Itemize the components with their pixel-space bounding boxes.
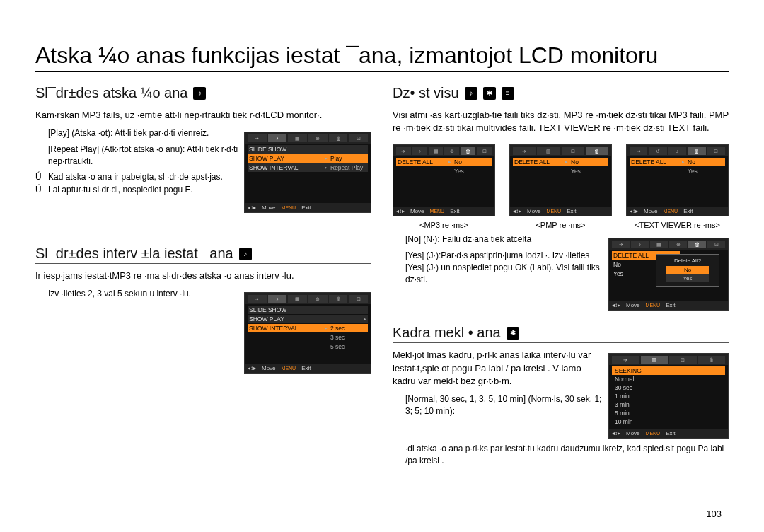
- bullet-2: ÚLai aptur·tu sl·dr·di, nospiediet pogu …: [35, 185, 238, 195]
- option-yes: [Yes] (J·):Par·d·s apstiprin·juma lodzi …: [405, 250, 603, 285]
- tab-icon: ♪: [268, 134, 287, 142]
- option-repeat: [Repeat Play] (Atk·rtot atska ·o anu): A…: [48, 144, 238, 168]
- nav-arrows-icon: ◂↕▸: [248, 365, 256, 371]
- body-text: Ir iesp·jams iestat·tMP3 re ·ma sl·dr·de…: [35, 270, 371, 282]
- seek-row: 5 min: [612, 409, 725, 417]
- caption-mp3: <MP3 re ·ms>: [393, 221, 495, 229]
- tab-icon: ➔: [248, 134, 267, 142]
- music-icon: ♪: [193, 87, 206, 100]
- tab-icon: ⊕: [308, 134, 328, 142]
- body-text: Visi atmi ·as kart·uzglab·tie faili tiks…: [393, 109, 729, 134]
- confirm-popup: Delete All? No Yes: [656, 254, 719, 287]
- seek-row: Normal: [612, 375, 725, 383]
- section-slideshow-playback: Sl¯dr±des atska ¼o ana ♪: [35, 85, 371, 103]
- lcd-slideshow-interval: ➔ ♪ ▦ ⊕ 🗑 ⊡ SLIDE SHOW SHOW PLAY▸ SHOW I…: [244, 292, 371, 374]
- body-text: Kam·rskan MP3 fails, uz ·emtie att·li ne…: [35, 109, 371, 122]
- music-icon: ♪: [239, 248, 252, 260]
- lcd-delete-confirm: ➔ ♪ ▦ ⊕ 🗑 ⊡ DELETE ALL No Yes Delete All…: [608, 238, 729, 311]
- film-icon: ✱: [483, 87, 496, 100]
- tab-icon: ⊕: [308, 295, 328, 303]
- section-title: Kadra mekl • ana: [393, 325, 501, 341]
- film-icon: ✱: [507, 327, 519, 340]
- right-column: Dz• st visu ♪ ✱ ≡ Visi atmi ·as kart·uzg…: [393, 85, 729, 471]
- tab-icon: ⊡: [349, 295, 368, 303]
- tab-icon: ♪: [268, 295, 287, 303]
- option-no: [No] (N·): Failu dz·ana tiek atcelta: [405, 233, 603, 245]
- seek-row: 1 min: [612, 392, 725, 400]
- section-title: Sl¯dr±des atska ¼o ana: [35, 85, 187, 101]
- tab-icon: 🗑: [329, 295, 348, 303]
- option-seek-desc: ·di atska ·o ana p·rl·ks par iestat·tu k…: [405, 443, 729, 467]
- bullet-1: ÚKad atska ·o ana ir pabeigta, sl ·dr·de…: [35, 172, 238, 182]
- caption-text: <TEXT VIEWER re ·ms>: [626, 221, 729, 229]
- seek-row: 10 min: [612, 417, 725, 426]
- lcd-delete-text: ➔ ↺ ♪ 🗑 ⊡ DELETE ALL▸No Yes ◂↕▸Move MENU…: [626, 144, 729, 216]
- option-seek-values: [Normal, 30 sec, 1, 3, 5, 10 min] (Norm·…: [405, 393, 603, 417]
- lcd-delete-pmp: ➔ ▥ ⊡ 🗑 DELETE ALL▸No Yes ◂↕▸Move MENUEx…: [509, 144, 612, 216]
- popup-no-button[interactable]: No: [666, 266, 709, 274]
- section-delete-all: Dz• st visu ♪ ✱ ≡: [393, 85, 729, 103]
- lcd-seeking: ➔ ▥ ⊡ 🗑 SEEKING Normal 30 sec 1 min 3 mi…: [608, 353, 729, 439]
- left-column: Sl¯dr±des atska ¼o ana ♪ Kam·rskan MP3 f…: [35, 85, 371, 471]
- page-number: 103: [706, 509, 722, 519]
- tab-icon: ➔: [248, 295, 267, 303]
- tab-icon: ▦: [288, 134, 307, 142]
- music-icon: ♪: [465, 87, 478, 100]
- section-title: Dz• st visu: [393, 85, 459, 101]
- tab-icon: ⊡: [349, 134, 368, 142]
- seek-row: SEEKING: [612, 366, 725, 375]
- seek-row: 3 min: [612, 400, 725, 409]
- lcd-delete-mp3: ➔ ♪ ▦ ⊕ 🗑 ⊡ DELETE ALL▸No Yes ◂↕▸Move: [393, 144, 495, 216]
- section-frame-search: Kadra mekl • ana ✱: [393, 325, 729, 343]
- option-interval: Izv ·lieties 2, 3 vai 5 sekun u interv ·…: [48, 288, 238, 300]
- page-title: Atska ¼o anas funkcijas iestat ¯ana, izm…: [35, 42, 729, 72]
- seek-row: 30 sec: [612, 383, 725, 392]
- section-title: Sl¯dr±des interv ±la iestat ¯ana: [35, 245, 233, 262]
- tab-icon: ▦: [288, 295, 307, 303]
- caption-pmp: <PMP re ·ms>: [509, 221, 612, 229]
- popup-yes-button[interactable]: Yes: [666, 274, 709, 282]
- tab-icon: 🗑: [329, 134, 348, 142]
- option-play: [Play] (Atska ·ot): Att·li tiek par·d·ti…: [48, 127, 238, 139]
- nav-arrows-icon: ◂↕▸: [248, 204, 256, 211]
- lcd-slideshow-play: ➔ ♪ ▦ ⊕ 🗑 ⊡ SLIDE SHOW SHOW PLAY▸Play SH…: [244, 132, 371, 213]
- section-slideshow-interval: Sl¯dr±des interv ±la iestat ¯ana ♪: [35, 245, 371, 264]
- text-icon: ≡: [502, 87, 514, 100]
- body-text: Mekl·jot lmas kadru, p·rl·k anas laika i…: [393, 349, 603, 388]
